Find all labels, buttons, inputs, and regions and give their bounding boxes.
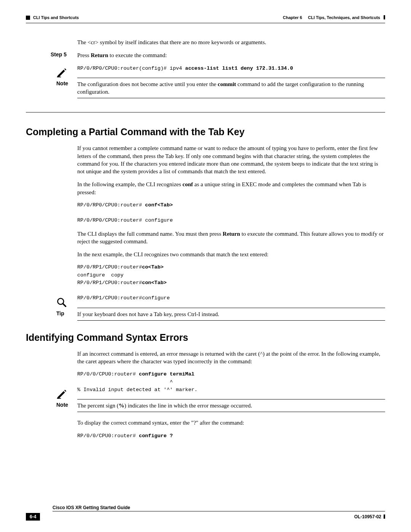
tab-para2: In the following example, the CLI recogn… [77,181,385,196]
note-label-2: Note [56,402,68,408]
pencil-icon [56,388,67,401]
footer-doc-id: OL-10957-02 [354,514,385,519]
note-text-1: The configuration does not become active… [77,80,385,96]
tab-para1: If you cannot remember a complete comman… [77,144,385,175]
step5-row: Step 5 Press Return to execute the comma… [77,51,385,59]
syntax-section: Identifying Command Syntax Errors If an … [26,332,385,440]
note-block-1: Note The configuration does not become a… [77,78,385,99]
header-bar-icon [384,15,385,19]
page-footer: Cisco IOS XR Getting Started Guide 6-4 O… [26,505,385,521]
header-rule [26,23,385,23]
tab-cli1: RP/0/RP0/CPU0:router# conf<Tab> RP/0/RP0… [77,201,385,225]
tab-section: Completing a Partial Command with the Ta… [26,112,385,321]
syntax-cli2: RP/0/0/CPU0:router# configure ? [77,432,385,440]
top-block: The <cr> symbol by itself indicates that… [77,38,385,98]
footer-doc-title: Cisco IOS XR Getting Started Guide [53,505,385,511]
magnifier-icon [56,297,67,309]
tab-para3: The CLI displays the full command name. … [77,230,385,246]
syntax-para1: If an incorrect command is entered, an e… [77,350,385,366]
header-square-icon [26,16,30,20]
syntax-heading: Identifying Command Syntax Errors [26,332,385,343]
header-right: Chapter 6 CLI Tips, Techniques, and Shor… [283,15,385,21]
note-label-1: Note [56,80,68,86]
header-chapter-title: CLI Tips, Techniques, and Shortcuts [308,15,380,20]
header-left: CLI Tips and Shortcuts [26,15,79,20]
step5-text: Press Return to execute the command: [77,51,385,59]
tip-label-1: Tip [56,310,64,316]
note-text-2: The percent sign (%) indicates the line … [77,402,252,409]
step5-cli: RP/0/RP0/CPU0:router(config)# ipv4 acces… [77,65,385,72]
pencil-icon [56,67,67,79]
syntax-para2: To display the correct command syntax, e… [77,419,385,427]
header-chapter-label: Chapter 6 [283,15,302,20]
tip-text-1: If your keyboard does not have a Tab key… [77,310,219,318]
tip-block-1: Tip If your keyboard does not have a Tab… [77,308,385,321]
tab-para4: In the next example, the CLI recognizes … [77,251,385,258]
step5-label: Step 5 [51,51,67,58]
footer-page-num: 6-4 [26,513,40,521]
tab-heading: Completing a Partial Command with the Ta… [26,126,385,137]
intro-line: The <cr> symbol by itself indicates that… [77,38,385,46]
note-block-2: Note The percent sign (%) indicates the … [77,399,385,412]
header-section-title: CLI Tips and Shortcuts [33,15,79,20]
tab-cli2: RP/0/RP1/CPU0:router#co<Tab> configure c… [77,264,385,302]
footer-bar-icon [384,514,385,519]
syntax-cli1: RP/0/0/CPU0:router# configure termiMal ^… [77,371,385,394]
svg-line-2 [63,304,66,306]
page-header: CLI Tips and Shortcuts Chapter 6 CLI Tip… [26,15,385,21]
